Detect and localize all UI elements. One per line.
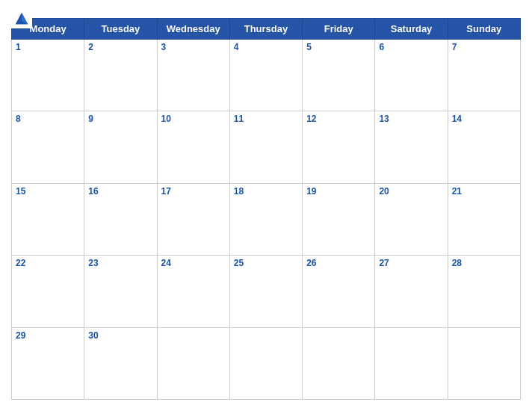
calendar-cell: 6 [375, 40, 448, 111]
calendar-cell: 18 [229, 183, 302, 255]
calendar-cell: 30 [84, 327, 157, 399]
day-number: 12 [306, 114, 371, 124]
calendar-cell: 24 [157, 256, 229, 327]
calendar-cell: 21 [448, 183, 520, 255]
day-number: 10 [161, 114, 226, 124]
day-number: 5 [306, 42, 371, 52]
day-number: 9 [88, 114, 152, 124]
calendar-cell: 1 [12, 40, 84, 111]
day-number: 2 [88, 42, 152, 52]
weekday-header-friday: Friday [303, 19, 375, 40]
calendar-cell: 17 [157, 183, 229, 255]
calendar-cell: 2 [84, 40, 157, 111]
day-number: 29 [16, 330, 80, 341]
weekday-header-thursday: Thursday [229, 19, 302, 40]
day-number: 1 [16, 42, 80, 52]
day-number: 7 [452, 42, 516, 52]
calendar-cell: 23 [84, 256, 157, 327]
day-number: 18 [234, 186, 298, 197]
calendar-header [11, 7, 521, 13]
day-number: 11 [234, 114, 298, 124]
calendar-cell: 5 [303, 40, 375, 111]
calendar-cell: 10 [157, 111, 229, 183]
calendar-cell: 14 [448, 111, 520, 183]
calendar-cell: 19 [303, 183, 375, 255]
weekday-header-sunday: Sunday [448, 19, 520, 40]
weekday-header-tuesday: Tuesday [84, 19, 157, 40]
calendar-cell: 25 [229, 256, 302, 327]
weekday-header-saturday: Saturday [375, 19, 448, 40]
calendar-cell: 26 [303, 256, 375, 327]
calendar-cell [375, 327, 448, 399]
day-number: 30 [88, 330, 152, 341]
calendar-body: 1234567891011121314151617181920212223242… [12, 40, 521, 400]
calendar-cell: 12 [303, 111, 375, 183]
calendar-cell [303, 327, 375, 399]
week-row-1: 1234567 [12, 40, 521, 111]
day-number: 21 [452, 186, 516, 197]
day-number: 24 [161, 258, 226, 268]
calendar-cell: 22 [12, 256, 84, 327]
logo-area [11, 7, 35, 28]
calendar-cell: 4 [229, 40, 302, 111]
week-row-4: 22232425262728 [12, 256, 521, 327]
generalblue-logo-icon [11, 7, 32, 28]
week-row-3: 15161718192021 [12, 183, 521, 255]
calendar-cell: 28 [448, 256, 520, 327]
calendar-cell: 11 [229, 111, 302, 183]
day-number: 19 [306, 186, 371, 197]
day-number: 20 [379, 186, 443, 197]
day-number: 8 [16, 114, 80, 124]
weekday-header-row: MondayTuesdayWednesdayThursdayFridaySatu… [12, 19, 521, 40]
calendar-cell: 3 [157, 40, 229, 111]
day-number: 16 [88, 186, 152, 197]
weekday-header-wednesday: Wednesday [157, 19, 229, 40]
day-number: 6 [379, 42, 443, 52]
day-number: 27 [379, 258, 443, 268]
day-number: 4 [234, 42, 298, 52]
day-number: 25 [234, 258, 298, 268]
day-number: 17 [161, 186, 226, 197]
calendar-cell [448, 327, 520, 399]
calendar-cell: 15 [12, 183, 84, 255]
calendar-cell: 29 [12, 327, 84, 399]
calendar-cell: 8 [12, 111, 84, 183]
day-number: 14 [452, 114, 516, 124]
week-row-5: 2930 [12, 327, 521, 399]
week-row-2: 891011121314 [12, 111, 521, 183]
calendar-cell: 7 [448, 40, 520, 111]
day-number: 26 [306, 258, 371, 268]
day-number: 3 [161, 42, 226, 52]
calendar-cell [157, 327, 229, 399]
day-number: 15 [16, 186, 80, 197]
calendar-cell [229, 327, 302, 399]
day-number: 22 [16, 258, 80, 268]
calendar-table: MondayTuesdayWednesdayThursdayFridaySatu… [11, 18, 521, 400]
calendar-cell: 20 [375, 183, 448, 255]
calendar-cell: 9 [84, 111, 157, 183]
day-number: 13 [379, 114, 443, 124]
calendar-wrapper: MondayTuesdayWednesdayThursdayFridaySatu… [0, 0, 532, 411]
calendar-cell: 16 [84, 183, 157, 255]
calendar-cell: 27 [375, 256, 448, 327]
day-number: 28 [452, 258, 516, 268]
calendar-cell: 13 [375, 111, 448, 183]
day-number: 23 [88, 258, 152, 268]
